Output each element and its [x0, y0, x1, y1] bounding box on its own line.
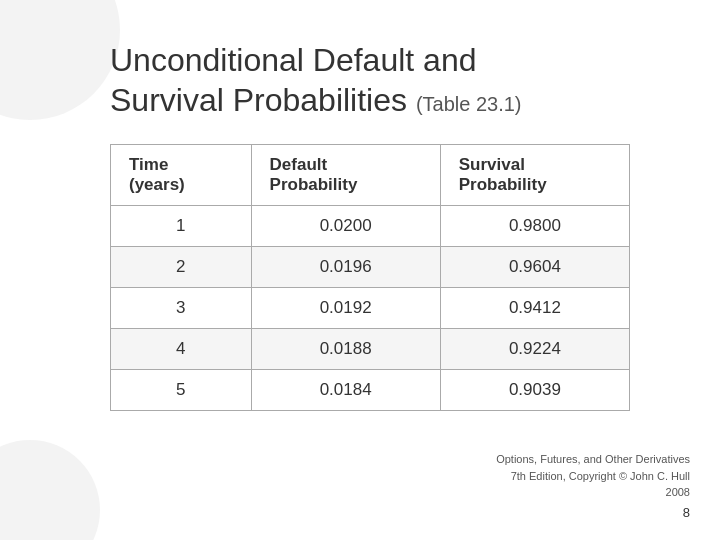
table-row: 10.02000.9800: [111, 206, 630, 247]
cell-row3-col1: 3: [111, 288, 252, 329]
cell-row4-col3: 0.9224: [440, 329, 629, 370]
cell-row5-col2: 0.0184: [251, 370, 440, 411]
col-header-default: DefaultProbability: [251, 145, 440, 206]
footer-line3: 2008: [496, 484, 690, 501]
cell-row2-col3: 0.9604: [440, 247, 629, 288]
cell-row4-col2: 0.0188: [251, 329, 440, 370]
cell-row3-col3: 0.9412: [440, 288, 629, 329]
main-content: Unconditional Default and Survival Proba…: [0, 0, 720, 431]
cell-row1-col3: 0.9800: [440, 206, 629, 247]
title-line2: Survival Probabilities: [110, 82, 407, 118]
decorative-circle-bottom: [0, 440, 100, 540]
table-row: 50.01840.9039: [111, 370, 630, 411]
table-row: 40.01880.9224: [111, 329, 630, 370]
cell-row2-col2: 0.0196: [251, 247, 440, 288]
title-line1: Unconditional Default and: [110, 42, 476, 78]
cell-row2-col1: 2: [111, 247, 252, 288]
cell-row5-col1: 5: [111, 370, 252, 411]
title-table-ref: (Table 23.1): [416, 93, 522, 115]
cell-row1-col2: 0.0200: [251, 206, 440, 247]
cell-row5-col3: 0.9039: [440, 370, 629, 411]
col-header-time: Time(years): [111, 145, 252, 206]
cell-row4-col1: 4: [111, 329, 252, 370]
table-row: 30.01920.9412: [111, 288, 630, 329]
footer-line1: Options, Futures, and Other Derivatives: [496, 451, 690, 468]
cell-row3-col2: 0.0192: [251, 288, 440, 329]
col-header-survival: SurvivalProbability: [440, 145, 629, 206]
slide-title: Unconditional Default and Survival Proba…: [110, 40, 660, 120]
table-row: 20.01960.9604: [111, 247, 630, 288]
table-header-row: Time(years) DefaultProbability SurvivalP…: [111, 145, 630, 206]
page-number: 8: [496, 503, 690, 523]
cell-row1-col1: 1: [111, 206, 252, 247]
probability-table: Time(years) DefaultProbability SurvivalP…: [110, 144, 630, 411]
footer-line2: 7th Edition, Copyright © John C. Hull: [496, 468, 690, 485]
footer: Options, Futures, and Other Derivatives …: [496, 451, 690, 522]
